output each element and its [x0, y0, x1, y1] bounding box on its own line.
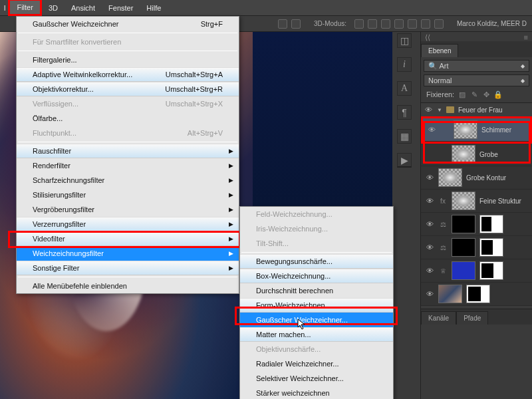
adjustment-icon[interactable]: ⚖ — [438, 221, 448, 228]
oil-paint[interactable]: Ölfarbe... — [17, 111, 239, 126]
recent-filter[interactable]: Gaußscher WeichzeichnerStrg+F — [17, 17, 239, 31]
paragraph-icon[interactable]: ¶ — [397, 105, 412, 120]
vanishing-point: Fluchtpunkt...Alt+Strg+V — [17, 126, 239, 140]
info-icon[interactable]: i — [397, 57, 412, 72]
mask-thumbnail[interactable] — [479, 238, 503, 257]
layer-thumbnail[interactable] — [452, 261, 475, 280]
filter-kind-select[interactable]: 🔍 Art◆ — [424, 60, 529, 72]
collapse-icon[interactable]: ⟨⟨ — [425, 33, 430, 40]
layer-name[interactable]: Schimmer — [481, 126, 511, 134]
mode-icon-4[interactable] — [394, 19, 404, 29]
mode-label: 3D-Modus: — [314, 20, 346, 27]
mode-icon-5[interactable] — [408, 19, 417, 29]
smart-blur[interactable]: Selektiver Weichzeichner... — [240, 371, 393, 386]
menu-filter[interactable]: Filter — [8, 0, 41, 16]
menu-help[interactable]: Hilfe — [140, 1, 168, 15]
liquify: Verflüssigen...Umschalt+Strg+X — [17, 96, 239, 111]
lens-correction[interactable]: Objektivkorrektur...Umschalt+Strg+R — [17, 82, 239, 96]
layer-thumbnail[interactable] — [452, 145, 475, 164]
mode-icon-2[interactable] — [368, 19, 377, 29]
average[interactable]: Durchschnitt berechnen — [240, 283, 393, 298]
layer-name[interactable]: Grobe Kontur — [466, 174, 506, 182]
layer-row[interactable]: 👁 ⚖ — [421, 236, 532, 259]
layer-thumbnail[interactable] — [454, 120, 477, 139]
layer-row[interactable]: 👁 — [421, 283, 532, 306]
group-name[interactable]: Feuer der Frau — [458, 106, 503, 114]
blend-mode-select[interactable]: Normal◆ — [424, 74, 529, 86]
menu-window[interactable]: Fenster — [102, 1, 140, 15]
mask-thumbnail[interactable] — [466, 285, 490, 303]
visibility-icon[interactable]: 👁 — [426, 220, 434, 228]
layers-tab[interactable]: Ebenen — [421, 44, 458, 57]
noise-submenu[interactable]: Rauschfilter▶ — [17, 144, 239, 158]
radial-blur[interactable]: Radialer Weichzeichner... — [240, 356, 393, 371]
visibility-icon[interactable]: 👁 — [426, 290, 434, 298]
layer-thumbnail[interactable] — [438, 285, 462, 303]
timeline-icon[interactable]: ▶ — [397, 153, 412, 168]
visibility-icon[interactable] — [426, 150, 434, 158]
mask-thumbnail[interactable] — [479, 261, 503, 280]
menu-view[interactable]: Ansicht — [65, 1, 102, 15]
layer-row[interactable]: 👁 fx Feine Struktur — [421, 190, 532, 213]
mask-thumbnail[interactable] — [479, 215, 503, 233]
visibility-icon[interactable]: 👁 — [425, 106, 433, 114]
filter-gallery[interactable]: Filtergalerie... — [17, 53, 239, 67]
lock-brush-icon[interactable]: ✎ — [470, 90, 478, 98]
right-collapsed-panel: ◫ i A ¶ ▦ ▶ — [397, 33, 416, 168]
type-icon[interactable]: A — [397, 81, 412, 96]
adaptive-wide[interactable]: Adaptive Weitwinkelkorrektur...Umschalt+… — [17, 67, 239, 82]
visibility-icon[interactable]: 👁 — [426, 267, 434, 275]
other-submenu[interactable]: Sonstige Filter▶ — [17, 261, 239, 275]
show-all-menu[interactable]: Alle Menübefehle einblenden — [17, 279, 239, 293]
layer-name[interactable]: Feine Struktur — [479, 198, 521, 205]
video-submenu[interactable]: Videofilter▶ — [17, 231, 239, 246]
mode-icon-1[interactable] — [354, 19, 364, 29]
motion-blur[interactable]: Bewegungsunschärfe... — [240, 254, 393, 269]
layer-thumbnail[interactable] — [452, 192, 475, 210]
layer-row[interactable]: 👁 Grobe Kontur — [421, 166, 532, 190]
lock-pixels-icon[interactable]: ▨ — [458, 90, 466, 98]
fx-icon[interactable]: fx — [438, 198, 448, 205]
swatches-icon[interactable]: ▦ — [397, 129, 412, 144]
matte[interactable]: Matter machen... — [240, 327, 393, 342]
layer-row[interactable]: Grobe — [421, 143, 532, 166]
gaussian-blur[interactable]: Gaußscher Weichzeichner... — [240, 313, 393, 327]
lock-move-icon[interactable]: ✥ — [482, 90, 490, 98]
layer-thumbnail[interactable] — [452, 238, 475, 257]
histogram-icon[interactable]: ◫ — [397, 33, 412, 48]
box-blur[interactable]: Box-Weichzeichnung... — [240, 269, 393, 283]
paths-tab[interactable]: Pfade — [456, 311, 488, 325]
sharpen-submenu[interactable]: Scharfzeichnungsfilter▶ — [17, 173, 239, 188]
panel-menu-icon[interactable]: ≡ — [524, 33, 528, 40]
lock-all-icon[interactable]: 🔒 — [494, 90, 502, 98]
channels-tab[interactable]: Kanäle — [421, 311, 456, 325]
distort-submenu[interactable]: Verzerrungsfilter▶ — [17, 217, 239, 231]
layer-thumbnail[interactable] — [438, 168, 462, 187]
shape-blur[interactable]: Form-Weichzeichnen... — [240, 298, 393, 313]
blur-submenu[interactable]: Weichzeichnungsfilter▶ — [17, 246, 239, 261]
mode-icon-6[interactable] — [421, 19, 430, 29]
layer-group-header[interactable]: 👁 ▼ Feuer der Frau — [421, 102, 532, 117]
layer-name[interactable]: Grobe — [479, 151, 498, 158]
layer-thumbnail[interactable] — [452, 215, 475, 233]
opt-icon-1[interactable] — [278, 19, 287, 29]
visibility-icon[interactable]: 👁 — [428, 126, 436, 134]
menu-prev[interactable]: l — [3, 1, 8, 15]
opt-icon-2[interactable] — [291, 19, 301, 29]
visibility-icon[interactable]: 👁 — [426, 197, 434, 205]
mode-icon-3[interactable] — [381, 19, 390, 29]
disclosure-icon[interactable]: ▼ — [437, 107, 442, 113]
adjustment-icon[interactable]: ♕ — [438, 267, 448, 275]
layer-row[interactable]: 👁 ♕ — [421, 259, 532, 283]
pixelate-submenu[interactable]: Vergröberungsfilter▶ — [17, 202, 239, 217]
layer-row[interactable]: 👁 ⚖ — [421, 213, 532, 236]
adjustment-icon[interactable]: ⚖ — [438, 244, 448, 251]
stylize-submenu[interactable]: Stilisierungsfilter▶ — [17, 188, 239, 202]
menu-3d[interactable]: 3D — [42, 1, 65, 15]
visibility-icon[interactable]: 👁 — [426, 174, 434, 182]
blur-more[interactable]: Stärker weichzeichnen — [240, 386, 393, 399]
mode-icon-7[interactable] — [434, 19, 444, 29]
render-submenu[interactable]: Renderfilter▶ — [17, 158, 239, 173]
visibility-icon[interactable]: 👁 — [426, 243, 434, 251]
layer-row[interactable]: 👁 Schimmer — [423, 118, 530, 142]
